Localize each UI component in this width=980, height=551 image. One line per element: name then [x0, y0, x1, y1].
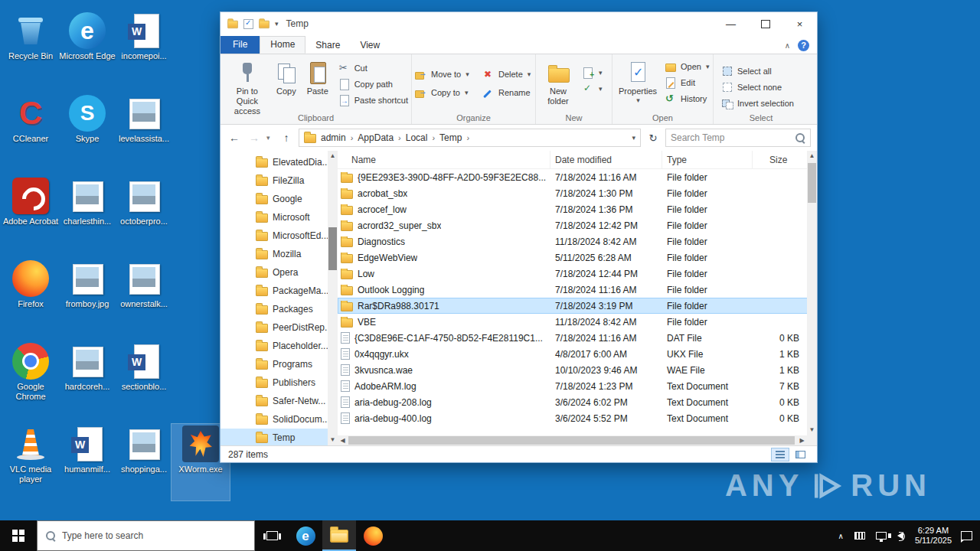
- nav-item[interactable]: SolidDocum...: [220, 410, 328, 429]
- pin-to-quick-access-button[interactable]: Pin to Quick access: [224, 59, 271, 118]
- nav-item[interactable]: Opera: [220, 263, 328, 282]
- help-button[interactable]: ?: [798, 40, 809, 51]
- up-button[interactable]: ↑: [279, 132, 294, 144]
- nav-scroll-down-button[interactable]: ▼: [328, 435, 338, 445]
- copy-to-button[interactable]: Copy to ▾: [415, 86, 482, 99]
- file-row[interactable]: EdgeWebView5/11/2025 6:28 AMFile folder: [338, 249, 817, 266]
- nav-item[interactable]: Publishers: [220, 373, 328, 392]
- nav-item[interactable]: MicrosoftEd...: [220, 227, 328, 245]
- tab-view[interactable]: View: [350, 37, 390, 54]
- nav-item[interactable]: Microsoft: [220, 208, 328, 227]
- minimize-button[interactable]: —: [714, 12, 748, 35]
- tab-file[interactable]: File: [220, 36, 260, 54]
- move-to-button[interactable]: Move to ▾: [415, 68, 482, 80]
- column-header-size[interactable]: Size: [753, 151, 802, 168]
- forward-button[interactable]: →: [247, 132, 262, 144]
- desktop-icon-skype[interactable]: Skype: [58, 93, 116, 170]
- horizontal-scroll-thumb[interactable]: [348, 436, 795, 445]
- delete-button[interactable]: Delete ▾: [482, 68, 536, 80]
- tab-home[interactable]: Home: [260, 36, 305, 54]
- close-button[interactable]: ×: [782, 12, 817, 35]
- edit-button[interactable]: Edit: [665, 77, 709, 89]
- column-header-type[interactable]: Type: [662, 151, 753, 168]
- file-row[interactable]: Rar$DRa988.301717/18/2024 3:19 PMFile fo…: [338, 298, 817, 314]
- search-icon[interactable]: [795, 132, 805, 143]
- desktop-icon-image[interactable]: hardcoreh...: [58, 341, 116, 418]
- file-row[interactable]: {9EE293E3-390D-48FF-A2D0-59F3E2EC88...7/…: [338, 169, 817, 185]
- copy-path-button[interactable]: Copy path: [338, 78, 408, 90]
- desktop-icon-image[interactable]: charlesthin...: [58, 176, 116, 253]
- desktop-icon-ccleaner[interactable]: CCleaner: [2, 93, 60, 170]
- nav-item[interactable]: PackageMa...: [220, 282, 328, 300]
- scroll-right-button[interactable]: ▶: [797, 435, 807, 445]
- start-button[interactable]: [0, 520, 37, 551]
- file-row[interactable]: Outlook Logging7/18/2024 11:16 AMFile fo…: [338, 282, 817, 298]
- file-row[interactable]: acrocef_low7/18/2024 1:36 PMFile folder: [338, 201, 817, 217]
- breadcrumb[interactable]: admin›AppData›Local›Temp› ▾: [299, 129, 641, 147]
- scroll-down-button[interactable]: ▼: [807, 425, 817, 435]
- properties-button[interactable]: Properties ▾: [616, 59, 660, 106]
- file-row[interactable]: {C3D8E96E-C1AF-4750-8D52-F4E28119C1...7/…: [338, 330, 817, 346]
- nav-item[interactable]: Safer-Netw...: [220, 392, 328, 410]
- breadcrumb-item[interactable]: AppData: [356, 132, 395, 143]
- history-button[interactable]: History: [665, 93, 709, 105]
- details-view-button[interactable]: [771, 448, 789, 461]
- desktop-icon-recycle[interactable]: Recycle Bin: [2, 11, 60, 87]
- search-box[interactable]: [665, 129, 811, 147]
- file-row[interactable]: aria-debug-400.log3/6/2024 5:52 PMText D…: [338, 410, 817, 426]
- large-icons-view-button[interactable]: [791, 448, 809, 461]
- nav-item[interactable]: PeerDistRep...: [220, 318, 328, 337]
- desktop-icon-image[interactable]: fromboy.jpg: [58, 259, 116, 335]
- desktop-icon-image[interactable]: shoppinga...: [115, 424, 173, 500]
- qat-customize-chevron-icon[interactable]: ▾: [275, 20, 279, 28]
- file-row[interactable]: Low7/18/2024 12:44 PMFile folder: [338, 266, 817, 282]
- desktop-icon-image[interactable]: octoberpro...: [115, 176, 173, 253]
- new-item-button[interactable]: ▾: [582, 67, 603, 79]
- desktop-icon-chrome[interactable]: Google Chrome: [2, 341, 60, 418]
- taskbar-firefox-button[interactable]: [356, 520, 390, 551]
- rename-button[interactable]: Rename: [482, 86, 536, 99]
- nav-item[interactable]: Programs: [220, 355, 328, 373]
- desktop-icon-acrobat[interactable]: Adobe Acrobat: [2, 176, 60, 253]
- new-folder-button[interactable]: New folder: [539, 59, 577, 108]
- nav-scroll-up-button[interactable]: ▲: [328, 151, 338, 161]
- address-dropdown-button[interactable]: ▾: [632, 134, 635, 142]
- paste-button[interactable]: Paste: [302, 59, 334, 98]
- taskbar-search-box[interactable]: [37, 520, 255, 551]
- maximize-button[interactable]: [748, 12, 782, 35]
- breadcrumb-separator-icon[interactable]: ›: [351, 133, 354, 142]
- breadcrumb-item[interactable]: Temp: [438, 132, 463, 143]
- nav-item[interactable]: ElevatedDia...: [220, 153, 328, 171]
- back-button[interactable]: ←: [227, 132, 242, 144]
- file-row[interactable]: AdobeARM.log7/18/2024 1:23 PMText Docume…: [338, 378, 817, 394]
- file-row[interactable]: 0x4qqgyr.ukx4/8/2017 6:00 AMUKX File1 KB: [338, 346, 817, 362]
- file-row[interactable]: 3kvusnca.wae10/10/2023 9:46 AMWAE File1 …: [338, 362, 817, 378]
- tab-share[interactable]: Share: [305, 37, 350, 54]
- breadcrumb-item[interactable]: admin: [319, 132, 348, 143]
- nav-scroll-thumb[interactable]: [328, 227, 337, 270]
- taskbar-edge-button[interactable]: [289, 520, 322, 551]
- file-row[interactable]: Diagnostics11/18/2024 8:42 AMFile folder: [338, 233, 817, 249]
- easy-access-button[interactable]: ▾: [582, 83, 603, 95]
- column-header-name[interactable]: Name: [338, 151, 550, 168]
- breadcrumb-separator-icon[interactable]: ›: [398, 133, 401, 142]
- taskbar-search-input[interactable]: [62, 530, 247, 541]
- task-view-button[interactable]: [255, 520, 289, 551]
- nav-item[interactable]: Placeholder...: [220, 337, 328, 355]
- desktop-icon-word[interactable]: humanmilf...: [58, 424, 116, 500]
- file-row[interactable]: VBE11/18/2024 8:42 AMFile folder: [338, 314, 817, 330]
- nav-item[interactable]: Temp: [220, 429, 328, 445]
- file-list-horizontal-scrollbar[interactable]: ◀ ▶: [338, 435, 807, 445]
- desktop-icon-vlc[interactable]: VLC media player: [2, 424, 60, 500]
- search-input[interactable]: [671, 132, 792, 143]
- paste-shortcut-button[interactable]: Paste shortcut: [338, 94, 408, 106]
- select-all-button[interactable]: Select all: [721, 65, 805, 77]
- qat-new-folder-icon[interactable]: [259, 21, 270, 28]
- breadcrumb-item[interactable]: Local: [404, 132, 430, 143]
- qat-properties-icon[interactable]: [243, 19, 253, 29]
- touch-keyboard-button[interactable]: [849, 520, 871, 551]
- scroll-up-button[interactable]: ▲: [807, 151, 817, 161]
- cut-button[interactable]: Cut: [338, 62, 408, 74]
- desktop-icon-word[interactable]: sectionblo...: [115, 341, 173, 418]
- nav-item[interactable]: Mozilla: [220, 245, 328, 263]
